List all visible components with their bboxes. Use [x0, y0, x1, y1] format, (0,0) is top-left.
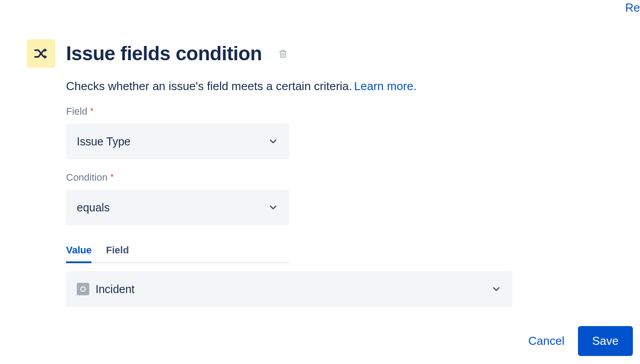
field-label: Field [66, 106, 87, 117]
issue-type-icon-box [77, 283, 89, 295]
description-text: Checks whether an issue's field meets a … [66, 79, 352, 93]
field-select[interactable]: Issue Type [66, 124, 289, 159]
chevron-down-icon [268, 136, 278, 147]
tab-field[interactable]: Field [106, 244, 129, 263]
condition-select[interactable]: equals [66, 190, 289, 225]
description-row: Checks whether an issue's field meets a … [66, 79, 640, 93]
corner-link-fragment[interactable]: Re [625, 1, 640, 15]
condition-label: Condition [66, 172, 108, 183]
condition-icon-box [27, 39, 55, 68]
save-button[interactable]: Save [578, 326, 633, 356]
field-select-value: Issue Type [77, 135, 130, 148]
delete-button[interactable] [276, 46, 290, 61]
learn-more-link[interactable]: Learn more. [354, 79, 416, 93]
field-label-row: Field * [66, 108, 93, 116]
value-select-value: Incident [96, 283, 135, 296]
field-form-group: Field * Issue Type [66, 106, 640, 159]
page-title: Issue fields condition [66, 42, 262, 65]
footer-actions: Cancel Save [528, 326, 633, 356]
shuffle-icon [33, 46, 49, 62]
value-select[interactable]: Incident [66, 271, 512, 307]
tab-value[interactable]: Value [66, 244, 91, 263]
comparison-tabs: Value Field [66, 243, 289, 263]
condition-select-value: equals [77, 201, 110, 214]
circle-icon [79, 285, 87, 293]
condition-label-row: Condition * [66, 174, 113, 182]
chevron-down-icon [268, 202, 278, 213]
trash-icon [278, 48, 288, 59]
page-header: Issue fields condition [27, 39, 640, 68]
cancel-button[interactable]: Cancel [528, 334, 565, 348]
condition-form-group: Condition * equals [66, 172, 640, 225]
required-indicator: * [110, 173, 113, 182]
required-indicator: * [90, 107, 93, 116]
value-select-content: Incident [77, 283, 135, 296]
chevron-down-icon [491, 284, 502, 294]
svg-point-0 [81, 287, 85, 291]
